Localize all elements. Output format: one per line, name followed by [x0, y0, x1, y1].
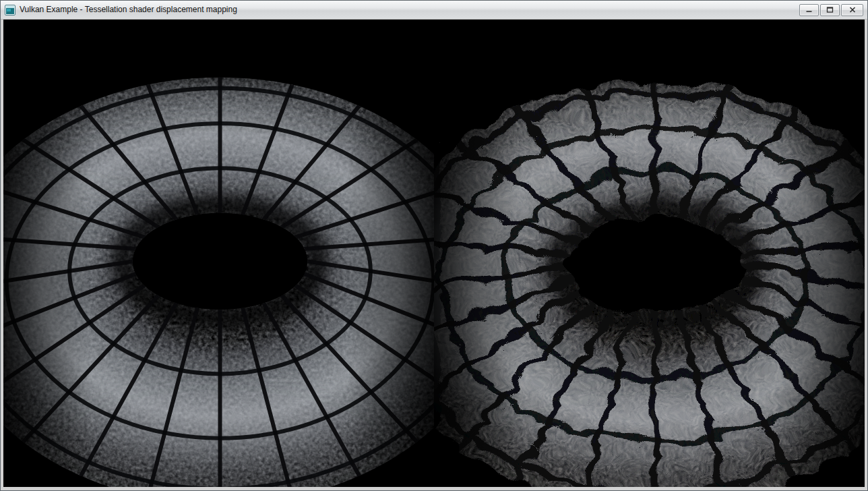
minimize-icon — [805, 7, 813, 13]
minimize-button[interactable] — [799, 4, 819, 16]
maximize-button[interactable] — [820, 4, 840, 16]
torus-render-left — [3, 20, 434, 487]
close-icon — [849, 7, 856, 13]
window-controls — [799, 4, 863, 16]
app-window: Vulkan Example - Tessellation shader dis… — [0, 0, 868, 491]
render-viewport[interactable] — [3, 20, 865, 487]
close-button[interactable] — [841, 4, 863, 16]
window-title: Vulkan Example - Tessellation shader dis… — [20, 1, 795, 19]
app-icon — [5, 5, 16, 16]
window-frame — [1, 20, 867, 490]
maximize-icon — [826, 7, 834, 13]
torus-render-right — [434, 20, 865, 487]
titlebar[interactable]: Vulkan Example - Tessellation shader dis… — [1, 1, 867, 20]
